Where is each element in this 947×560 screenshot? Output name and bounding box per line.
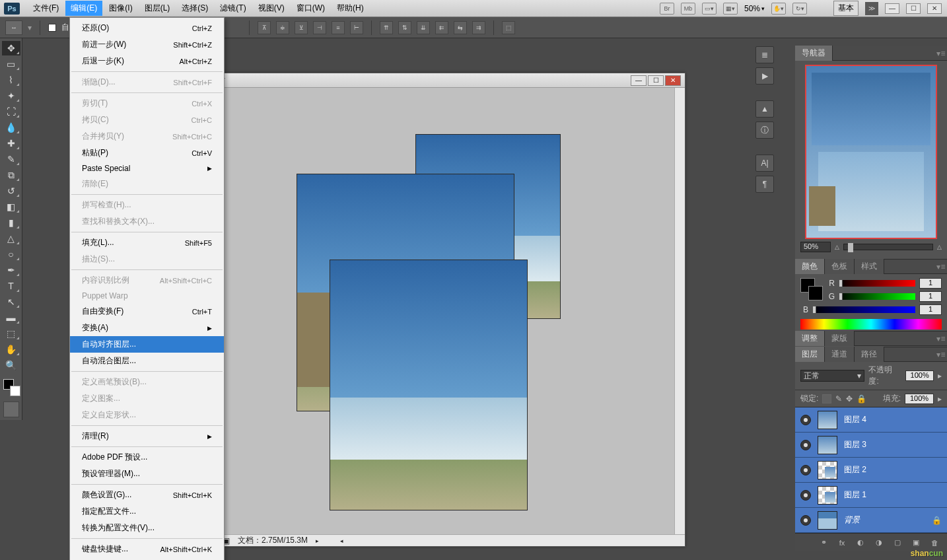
- menu-layer[interactable]: 图层(L): [139, 1, 176, 16]
- align-icon-3[interactable]: ⊻: [295, 21, 308, 34]
- type-tool[interactable]: T: [2, 279, 20, 293]
- menu-select[interactable]: 选择(S): [176, 1, 213, 16]
- history-panel-icon[interactable]: ≣: [755, 46, 774, 63]
- minibridge-icon[interactable]: Mb: [681, 3, 695, 15]
- layer-row[interactable]: 图层 2: [795, 458, 947, 483]
- arrange-icon[interactable]: ▦▾: [723, 3, 738, 15]
- layer-name[interactable]: 图层 2: [844, 464, 866, 475]
- swatches-tab[interactable]: 色板: [825, 259, 855, 274]
- panel-menu-icon[interactable]: ▾≡: [935, 48, 947, 59]
- color-tab[interactable]: 颜色: [795, 259, 825, 274]
- lock-transparent-icon[interactable]: [822, 394, 831, 403]
- hand-tool[interactable]: ✋: [2, 342, 20, 357]
- rotate-icon[interactable]: ↻▾: [792, 3, 807, 15]
- align-icon-4[interactable]: ⊣: [313, 21, 326, 34]
- pen-tool[interactable]: ✒: [2, 263, 20, 277]
- hand-icon[interactable]: ✋▾: [771, 3, 786, 15]
- link-layers-icon[interactable]: ⚭: [818, 538, 829, 548]
- menu-item[interactable]: 变换(A)▶: [70, 320, 224, 336]
- navigator-tab[interactable]: 导航器: [795, 46, 833, 61]
- menu-item[interactable]: 粘贴(P)Ctrl+V: [70, 145, 224, 161]
- distribute-icon-4[interactable]: ⇇: [435, 21, 448, 34]
- 3d-tool[interactable]: ⬚: [2, 326, 20, 341]
- character-panel-icon[interactable]: A|: [755, 155, 774, 172]
- lock-paint-icon[interactable]: ✎: [835, 394, 842, 403]
- horizontal-scrollbar[interactable]: 50% ▣ 文档：2.75M/15.3M ▸ ◂: [171, 534, 685, 546]
- zoom-tool[interactable]: 🔍: [2, 358, 20, 372]
- b-slider[interactable]: [812, 306, 915, 313]
- layer-name[interactable]: 图层 1: [844, 489, 866, 501]
- b-value[interactable]: 1: [919, 304, 942, 315]
- move-tool[interactable]: ✥: [2, 41, 20, 55]
- fill-value[interactable]: 100%: [905, 394, 934, 404]
- g-slider[interactable]: [839, 293, 915, 300]
- layer-thumbnail[interactable]: [818, 461, 837, 479]
- distribute-icon-2[interactable]: ⇅: [398, 21, 411, 34]
- eye-icon[interactable]: [800, 440, 811, 450]
- minimize-icon[interactable]: —: [885, 3, 899, 14]
- layers-tab[interactable]: 图层: [795, 347, 825, 362]
- menu-file[interactable]: 文件(F): [28, 1, 64, 16]
- layer-thumbnail[interactable]: [818, 436, 837, 454]
- layer-name[interactable]: 图层 3: [844, 439, 866, 450]
- color-spectrum[interactable]: [800, 319, 942, 330]
- paths-tab[interactable]: 路径: [855, 347, 884, 362]
- menu-item[interactable]: 后退一步(K)Alt+Ctrl+Z: [70, 53, 224, 69]
- dodge-tool[interactable]: ○: [2, 247, 20, 262]
- actions-panel-icon[interactable]: ▶: [755, 67, 774, 85]
- align-icon-2[interactable]: ≑: [276, 21, 289, 34]
- auto-select-checkbox[interactable]: [48, 24, 56, 32]
- move-tool-icon[interactable]: ↔: [5, 20, 22, 35]
- distribute-icon-5[interactable]: ⇆: [454, 21, 467, 34]
- delete-icon[interactable]: 🗑: [929, 538, 940, 548]
- paragraph-panel-icon[interactable]: ¶: [755, 176, 774, 193]
- align-icon-1[interactable]: ⊼: [258, 21, 271, 34]
- distribute-icon-3[interactable]: ⇊: [417, 21, 430, 34]
- layer-thumbnail[interactable]: [818, 511, 837, 530]
- gradient-tool[interactable]: ▮: [2, 215, 20, 230]
- lock-all-icon[interactable]: 🔒: [857, 394, 866, 403]
- menu-filter[interactable]: 滤镜(T): [215, 1, 251, 16]
- menu-item[interactable]: 自动混合图层...: [70, 353, 224, 369]
- info-panel-icon[interactable]: ⓘ: [755, 122, 774, 139]
- menu-item[interactable]: 还原(O)Ctrl+Z: [70, 20, 224, 36]
- blur-tool[interactable]: △: [2, 231, 20, 246]
- auto-align-icon[interactable]: ⬚: [502, 21, 515, 34]
- zoom-in-icon[interactable]: △: [937, 244, 942, 250]
- eye-icon[interactable]: [800, 415, 811, 425]
- doc-minimize-icon[interactable]: —: [631, 75, 647, 86]
- wand-tool[interactable]: ✦: [2, 88, 20, 103]
- bridge-icon[interactable]: Br: [660, 3, 674, 15]
- vertical-scrollbar[interactable]: [674, 88, 685, 534]
- lasso-tool[interactable]: ⌇: [2, 73, 20, 87]
- layer-name[interactable]: 背景: [844, 514, 860, 526]
- adjustments-tab[interactable]: 调整: [795, 331, 825, 346]
- screen-mode-icon[interactable]: ▭▾: [702, 3, 717, 15]
- canvas[interactable]: [171, 88, 674, 534]
- mask-icon[interactable]: ◐: [855, 538, 866, 548]
- eye-icon[interactable]: [800, 465, 811, 475]
- distribute-icon-1[interactable]: ⇈: [380, 21, 393, 34]
- path-tool[interactable]: ↖: [2, 295, 20, 309]
- lock-move-icon[interactable]: ✥: [846, 394, 853, 403]
- g-value[interactable]: 1: [919, 291, 942, 302]
- menu-item[interactable]: 清理(R)▶: [70, 428, 224, 444]
- crop-tool[interactable]: ⛶: [2, 104, 20, 119]
- scroll-left-icon[interactable]: ◂: [340, 538, 343, 544]
- menu-item[interactable]: 颜色设置(G)...Shift+Ctrl+K: [70, 487, 224, 503]
- brush-tool[interactable]: ✎: [2, 152, 20, 166]
- menu-item[interactable]: 自动对齐图层...: [70, 336, 224, 353]
- blend-mode-select[interactable]: 正常▾: [800, 370, 864, 382]
- maximize-icon[interactable]: ☐: [906, 3, 921, 14]
- heal-tool[interactable]: ✚: [2, 136, 20, 151]
- align-icon-6[interactable]: ⊢: [350, 21, 363, 34]
- layer-thumbnail[interactable]: [818, 486, 837, 505]
- layer-row[interactable]: 图层 3: [795, 433, 947, 458]
- nav-zoom-slider[interactable]: [843, 244, 933, 250]
- menu-item[interactable]: 预设管理器(M)...: [70, 466, 224, 482]
- zoom-out-icon[interactable]: △: [835, 244, 839, 250]
- menu-item[interactable]: 键盘快捷键...Alt+Shift+Ctrl+K: [70, 541, 224, 557]
- nav-zoom-input[interactable]: 50%: [800, 242, 831, 252]
- channels-tab[interactable]: 通道: [825, 347, 855, 362]
- menu-item[interactable]: 菜单(U)...Alt+Shift+Ctrl+M: [70, 557, 224, 560]
